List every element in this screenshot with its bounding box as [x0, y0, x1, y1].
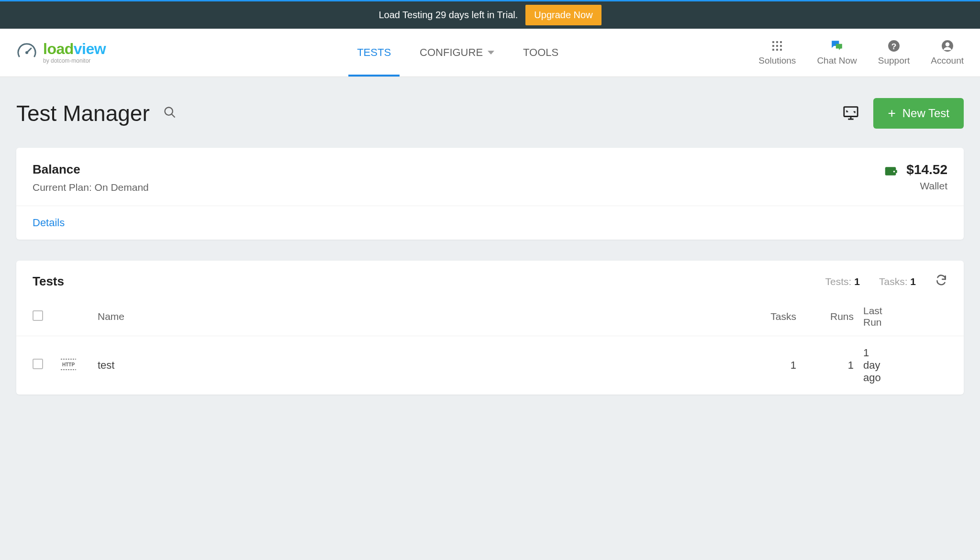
- account-label: Account: [931, 55, 964, 66]
- svg-rect-7: [780, 45, 782, 47]
- tasks-count-block: Tasks: 1: [879, 276, 916, 287]
- svg-point-22: [893, 171, 895, 173]
- tests-count-label: Tests:: [825, 276, 852, 287]
- row-last-run: 1 day ago: [858, 336, 964, 395]
- chat-icon: [830, 39, 844, 53]
- balance-amount: $14.52: [906, 162, 947, 177]
- svg-rect-3: [776, 41, 778, 43]
- svg-rect-5: [772, 45, 774, 47]
- svg-text:?: ?: [891, 42, 897, 51]
- tests-table: Name Tasks Runs Last Run HTTP: [16, 297, 964, 395]
- svg-rect-9: [776, 49, 778, 51]
- main-header: loadview by dotcom-monitor TESTS CONFIGU…: [0, 29, 980, 77]
- col-last-run: Last Run: [858, 297, 964, 336]
- tasks-count: 1: [910, 276, 916, 287]
- solutions-label: Solutions: [758, 55, 796, 66]
- account-icon: [941, 39, 954, 53]
- col-name: Name: [93, 297, 744, 336]
- header-right: Solutions Chat Now ? Support: [758, 39, 964, 66]
- page-head: Test Manager + New Test: [16, 98, 964, 129]
- solutions-button[interactable]: Solutions: [758, 39, 796, 66]
- help-icon: ?: [887, 39, 901, 53]
- row-name: test: [93, 336, 744, 395]
- account-button[interactable]: Account: [931, 39, 964, 66]
- tab-configure[interactable]: CONFIGURE: [420, 29, 494, 77]
- page-title: Test Manager: [16, 100, 150, 126]
- recorder-icon[interactable]: [843, 104, 859, 122]
- upgrade-button[interactable]: Upgrade Now: [525, 5, 601, 25]
- svg-point-14: [945, 42, 949, 46]
- logo[interactable]: loadview by dotcom-monitor: [16, 41, 106, 64]
- svg-line-16: [171, 114, 175, 118]
- tests-count: 1: [854, 276, 860, 287]
- svg-line-1: [27, 48, 31, 53]
- svg-text:HTTP: HTTP: [62, 362, 75, 367]
- tab-tools[interactable]: TOOLS: [523, 29, 558, 77]
- chat-label: Chat Now: [817, 55, 857, 66]
- table-row[interactable]: HTTP test 1 1 1 day ago: [16, 336, 964, 395]
- svg-point-15: [165, 108, 172, 115]
- tests-card: Tests Tests: 1 Tasks: 1: [16, 261, 964, 395]
- page-body: Test Manager + New Test: [0, 77, 980, 437]
- gauge-icon: [16, 42, 37, 63]
- trial-banner: Load Testing 29 days left in Trial. Upgr…: [0, 1, 980, 29]
- new-test-button[interactable]: + New Test: [873, 98, 964, 129]
- logo-main-prefix: load: [43, 40, 74, 57]
- svg-rect-6: [776, 45, 778, 47]
- logo-main-suffix: view: [74, 40, 106, 57]
- page-head-right: + New Test: [843, 98, 964, 129]
- balance-title: Balance: [33, 162, 149, 177]
- support-button[interactable]: ? Support: [878, 39, 910, 66]
- tab-configure-label: CONFIGURE: [420, 46, 483, 59]
- trial-message: Load Testing 29 days left in Trial.: [379, 10, 518, 21]
- support-label: Support: [878, 55, 910, 66]
- balance-details-link[interactable]: Details: [33, 217, 65, 229]
- new-test-label: New Test: [902, 107, 949, 120]
- row-checkbox[interactable]: [33, 359, 43, 369]
- http-type-icon: HTTP: [59, 357, 78, 372]
- col-tasks: Tasks: [744, 297, 801, 336]
- search-icon[interactable]: [163, 106, 177, 121]
- col-runs: Runs: [801, 297, 858, 336]
- nav-tabs: TESTS CONFIGURE TOOLS: [357, 29, 558, 77]
- select-all-checkbox[interactable]: [33, 310, 43, 321]
- wallet-label: Wallet: [920, 180, 947, 192]
- svg-rect-8: [772, 49, 774, 51]
- apps-icon: [770, 39, 784, 53]
- svg-rect-17: [844, 107, 858, 117]
- svg-rect-2: [772, 41, 774, 43]
- row-runs: 1: [801, 336, 858, 395]
- balance-card: Balance Current Plan: On Demand $14.52 W…: [16, 148, 964, 240]
- chat-button[interactable]: Chat Now: [817, 39, 857, 66]
- logo-text: loadview by dotcom-monitor: [43, 41, 106, 64]
- balance-plan: Current Plan: On Demand: [33, 182, 149, 193]
- tests-title: Tests: [33, 274, 64, 289]
- svg-rect-4: [780, 41, 782, 43]
- tasks-count-label: Tasks:: [879, 276, 908, 287]
- refresh-icon[interactable]: [935, 274, 947, 289]
- logo-tagline: by dotcom-monitor: [43, 57, 106, 64]
- tests-count-block: Tests: 1: [825, 276, 860, 287]
- chevron-down-icon: [488, 51, 494, 55]
- plus-icon: +: [888, 107, 895, 120]
- svg-rect-10: [780, 49, 782, 51]
- tab-tests[interactable]: TESTS: [357, 29, 391, 77]
- wallet-icon: [883, 164, 898, 180]
- row-tasks: 1: [744, 336, 801, 395]
